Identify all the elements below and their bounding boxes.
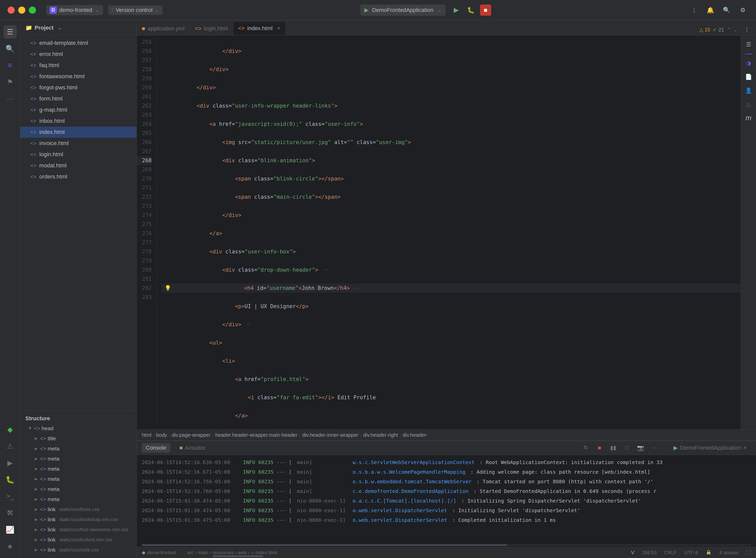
console-content[interactable]: 2024-06-15T14:52:16.636-05:00 INFO 60235…	[137, 455, 756, 543]
project-name: demo-fronted	[59, 7, 93, 14]
tab-index-html[interactable]: <> index.html ✕	[233, 22, 286, 35]
run-icon[interactable]: ▶	[3, 456, 17, 470]
more-icon[interactable]: ⋯	[3, 92, 17, 105]
struct-meta-2[interactable]: ► <> meta	[20, 454, 136, 464]
file-item-faq[interactable]: <> faq.html	[20, 60, 136, 71]
file-item-forgot[interactable]: <> forgot-pws.html	[20, 82, 136, 93]
struct-meta-1[interactable]: ► <> meta	[20, 443, 136, 454]
code-editor[interactable]: 255256257258259 260261262263264 26526626…	[137, 35, 741, 429]
m-icon[interactable]: m	[743, 112, 754, 124]
struct-head[interactable]: ▼ <> head	[20, 423, 136, 433]
struct-title[interactable]: ► <> title	[20, 433, 136, 443]
problems-icon[interactable]: ⚠	[3, 439, 17, 453]
breadcrumb-div-page[interactable]: div.page-wrapper	[172, 432, 211, 438]
database-icon[interactable]: 📄	[743, 71, 754, 82]
tag-brackets: <>	[40, 446, 46, 452]
debug-icon[interactable]: 🐛	[3, 473, 17, 486]
struct-extra: static/css/style.css	[59, 547, 99, 553]
chevron-up-icon[interactable]: ⌃	[727, 27, 731, 33]
more-button[interactable]: ⋯	[649, 443, 659, 453]
terminal-icon[interactable]: >_	[3, 490, 17, 503]
git-icon[interactable]: ◆	[3, 423, 17, 436]
bookmarks-icon[interactable]: ⚑	[3, 75, 17, 88]
struct-link-fontawesome[interactable]: ► <> link static/css/font-awesome.min.cs…	[20, 525, 136, 535]
breadcrumb-header[interactable]: header.header-wrapper.main-header	[215, 432, 298, 438]
palette-icon[interactable]: ◑	[743, 58, 754, 69]
struct-link-icofont[interactable]: ► <> link static/css/icofont.min.css	[20, 535, 136, 545]
rerun-button[interactable]: ↻	[581, 443, 591, 453]
notifications-button[interactable]: 🔔	[705, 4, 716, 16]
code-line-261: <div class="blink-animation">	[162, 156, 741, 165]
project-selector[interactable]: D demo-fronted ⌄	[46, 5, 103, 15]
code-line-270: </div> ─	[162, 320, 741, 329]
maximize-icon[interactable]: ⛶	[746, 550, 751, 556]
struct-meta-5[interactable]: ► <> meta	[20, 484, 136, 494]
run-button[interactable]: ▶	[451, 4, 462, 16]
search-everywhere-button[interactable]: 🔍	[721, 4, 732, 16]
breadcrumb-body[interactable]: body	[156, 432, 167, 438]
stop-button[interactable]: ■	[595, 443, 605, 453]
minimize-button[interactable]	[18, 6, 25, 14]
person-icon[interactable]: 👤	[743, 85, 754, 96]
filter-button[interactable]: 📷	[635, 443, 646, 453]
breadcrumb-sep: ›	[299, 432, 301, 438]
file-item-error[interactable]: <> error.html	[20, 49, 136, 60]
stop-button[interactable]: ■	[480, 4, 491, 16]
vcs-selector[interactable]:  Version control ⌄	[108, 5, 163, 15]
struct-label: meta	[48, 486, 59, 492]
plugins-icon[interactable]: ★	[3, 540, 17, 553]
tag-brackets: <>	[34, 425, 40, 431]
struct-meta-4[interactable]: ► <> meta	[20, 474, 136, 484]
restore-button[interactable]: □	[622, 443, 632, 453]
notifications-toolbar-icon[interactable]: ☰	[743, 39, 754, 50]
project-view-icon[interactable]: ☰	[3, 25, 17, 39]
file-item-email[interactable]: <> email-template.html	[20, 37, 136, 49]
file-item-fontawesome[interactable]: <> fontawesome.html	[20, 71, 136, 82]
breadcrumb-div-inner[interactable]: div.header-inner-wrapper	[302, 432, 358, 438]
chevron-down-icon[interactable]: ⌄	[733, 27, 738, 33]
more-actions-button[interactable]: ⋮	[689, 4, 700, 16]
file-item-invoice[interactable]: <> invoice.html	[20, 138, 136, 149]
maximize-button[interactable]	[29, 6, 36, 14]
profiler-icon[interactable]: 📈	[3, 523, 17, 536]
breadcrumb-div-header[interactable]: div.header-	[403, 432, 428, 438]
struct-meta-6[interactable]: ► <> meta	[20, 494, 136, 504]
breadcrumb-html[interactable]: html	[142, 432, 151, 438]
file-item-inbox[interactable]: <> inbox.html	[20, 116, 136, 127]
pause-button[interactable]: ▮▮	[608, 443, 618, 453]
close-button[interactable]	[7, 6, 15, 14]
file-item-form[interactable]: <> form.html	[20, 93, 136, 104]
tab-application-yml[interactable]: ■ application.yml	[137, 22, 190, 35]
breadcrumb: html › body › div.page-wrapper › header.…	[137, 429, 756, 440]
spring-icon[interactable]: △	[743, 99, 754, 110]
build-icon[interactable]: 🛠	[3, 506, 17, 519]
struct-link-bootstrap[interactable]: ► <> link static/css/bootstrap.min.css	[20, 514, 136, 525]
tabs-more-button[interactable]: ⋮	[741, 24, 753, 35]
file-name: invoice.html	[39, 140, 69, 147]
file-item-modal[interactable]: <> modal.html	[20, 160, 136, 171]
log-line: 2024-06-15T15:01:30.474-05:00 INFO 60235…	[137, 506, 756, 515]
struct-link-fonts[interactable]: ► <> link static/css/fonts.css	[20, 504, 136, 514]
file-item-gmap[interactable]: <> g-map.html	[20, 104, 136, 116]
titlebar-center: ▶ DemoFrontedApplication ⌄ ▶ 🐛 ■	[168, 4, 684, 16]
tab-login-html[interactable]: <> login.html	[190, 22, 233, 35]
tab-close-button[interactable]: ✕	[277, 26, 280, 31]
bottom-panel: Console ■ Actuator ↻ ■ ▮▮ □ 📷 ⋯ ▶ DemoFr…	[137, 440, 756, 547]
run-config-tab[interactable]: ▶ DemoFrontedApplication ✕	[670, 443, 751, 453]
breadcrumb-div-right[interactable]: div.header-right	[363, 432, 398, 438]
struct-meta-3[interactable]: ► <> meta	[20, 464, 136, 474]
file-item-login[interactable]: <> login.html	[20, 149, 136, 160]
tab-console[interactable]: Console	[142, 443, 170, 453]
file-item-orders[interactable]: <> orders.html	[20, 171, 136, 182]
run-config[interactable]: ▶ DemoFrontedApplication ⌄	[360, 4, 446, 16]
settings-button[interactable]: ⚙	[737, 4, 749, 16]
debug-button[interactable]: 🐛	[465, 4, 477, 16]
tab-actuator[interactable]: ■ Actuator	[175, 443, 210, 453]
vcs-label: Version control	[116, 7, 153, 14]
struct-link-style[interactable]: ► <> link static/css/style.css	[20, 545, 136, 555]
file-item-index[interactable]: <> index.html	[20, 127, 136, 138]
code-line-266: <div class="user-info-box">	[162, 247, 741, 256]
find-icon[interactable]: 🔍	[3, 42, 17, 55]
structure-icon[interactable]: ≡	[3, 59, 17, 72]
close-icon[interactable]: ✕	[743, 445, 747, 451]
